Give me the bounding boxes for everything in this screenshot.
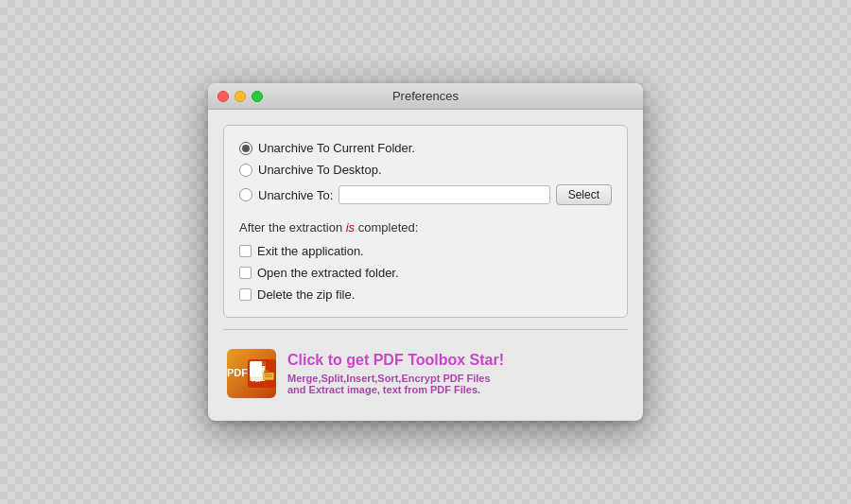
checkbox-group: Exit the application. Open the extracted…	[239, 244, 612, 302]
window-content: Unarchive To Current Folder. Unarchive T…	[208, 110, 643, 421]
traffic-lights	[217, 91, 263, 102]
radio-desktop-label: Unarchive To Desktop.	[258, 163, 382, 177]
extraction-section-label: After the extraction is completed:	[239, 220, 612, 235]
checkbox-exit-label: Exit the application.	[257, 244, 364, 258]
ad-icon: PDF	[227, 349, 276, 398]
radio-item-current[interactable]: Unarchive To Current Folder.	[239, 141, 612, 155]
svg-rect-7	[264, 371, 268, 374]
radio-item-custom: Unarchive To: Select	[239, 184, 612, 205]
extraction-label-prefix: After the extraction	[239, 220, 346, 235]
divider	[223, 329, 628, 330]
minimize-button[interactable]	[234, 91, 246, 102]
ad-subtitle-line2: and Extract image, text from PDF Files.	[287, 384, 480, 395]
ad-title: Click to get PDF Toolbox Star!	[287, 352, 624, 369]
extraction-label-is: is	[346, 220, 355, 235]
checkbox-exit[interactable]	[239, 245, 252, 257]
unarchive-radio-group: Unarchive To Current Folder. Unarchive T…	[239, 141, 612, 205]
svg-rect-8	[264, 374, 273, 379]
titlebar: Preferences	[208, 83, 643, 110]
preferences-window: Preferences Unarchive To Current Folder.…	[208, 83, 643, 421]
checkbox-open-label: Open the extracted folder.	[257, 266, 399, 280]
custom-path-input[interactable]	[339, 185, 549, 204]
radio-item-desktop[interactable]: Unarchive To Desktop.	[239, 163, 612, 177]
window-title: Preferences	[392, 89, 459, 103]
extraction-label-suffix: completed:	[355, 220, 418, 235]
ad-subtitle-line1: Merge,Split,Insert,Sort,Encrypt PDF File…	[287, 373, 491, 384]
checkbox-item-delete[interactable]: Delete the zip file.	[239, 287, 612, 302]
checkbox-delete-label: Delete the zip file.	[257, 287, 355, 302]
checkbox-delete[interactable]	[239, 288, 252, 301]
close-button[interactable]	[217, 91, 229, 102]
svg-rect-2	[250, 361, 262, 376]
ad-icon-visual: PDF	[227, 349, 276, 398]
radio-desktop[interactable]	[239, 164, 252, 177]
radio-current[interactable]	[239, 142, 252, 155]
preferences-box: Unarchive To Current Folder. Unarchive T…	[223, 125, 628, 318]
svg-rect-10	[265, 376, 272, 377]
radio-current-label: Unarchive To Current Folder.	[258, 141, 415, 155]
ad-text: Click to get PDF Toolbox Star! Merge,Spl…	[287, 352, 624, 395]
svg-rect-9	[265, 374, 272, 375]
maximize-button[interactable]	[252, 91, 263, 102]
checkbox-item-exit[interactable]: Exit the application.	[239, 244, 612, 258]
radio-custom-label: Unarchive To:	[258, 188, 333, 202]
ad-banner[interactable]: PDF Click to get PDF Toolbox Star!	[223, 341, 628, 406]
checkbox-item-open[interactable]: Open the extracted folder.	[239, 266, 612, 280]
ad-subtitle: Merge,Split,Insert,Sort,Encrypt PDF File…	[287, 373, 624, 395]
pdf-icon-svg: PDF	[248, 349, 276, 398]
checkbox-open[interactable]	[239, 267, 252, 279]
svg-text:PDF: PDF	[252, 377, 262, 383]
select-button[interactable]: Select	[556, 184, 612, 205]
radio-custom[interactable]	[239, 188, 252, 201]
